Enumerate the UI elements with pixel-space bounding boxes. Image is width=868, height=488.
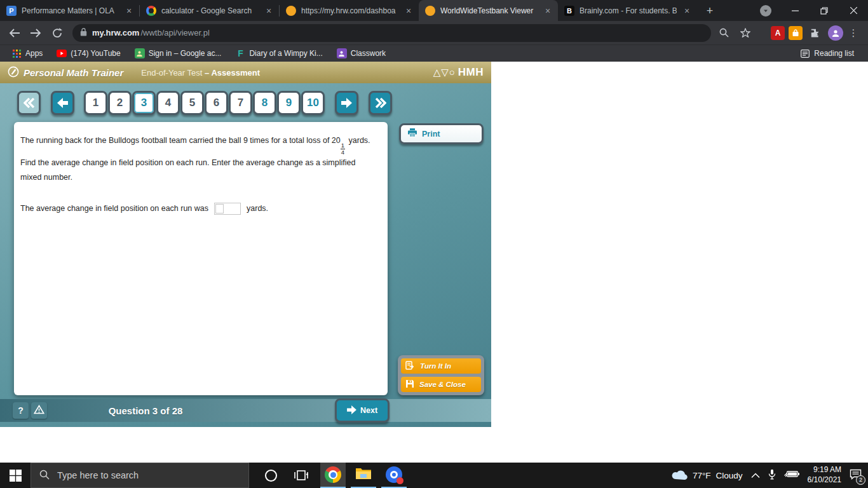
new-tab-button[interactable]: +: [701, 2, 719, 20]
taskbar-search-input[interactable]: Type here to search: [31, 463, 249, 488]
page-button-9[interactable]: 9: [277, 91, 301, 115]
tab-close-icon[interactable]: ×: [403, 6, 414, 16]
report-problem-button[interactable]: [31, 402, 47, 419]
first-question-button[interactable]: [17, 91, 41, 115]
tab-testbank-viewer-active[interactable]: WorldWideTestbank Viewer ×: [419, 0, 558, 21]
next-button[interactable]: Next: [335, 398, 390, 423]
answer-input[interactable]: [214, 203, 241, 215]
extensions-puzzle-icon[interactable]: [806, 24, 824, 42]
question-card: The running back for the Bulldogs footba…: [14, 122, 388, 395]
last-question-button[interactable]: [369, 91, 392, 115]
bookmark-label: Diary of a Wimpy Ki...: [249, 49, 322, 58]
shopping-extension-icon[interactable]: [789, 26, 803, 40]
page-button-10[interactable]: 10: [301, 91, 325, 115]
tray-chevron-icon[interactable]: [751, 470, 760, 481]
google-account-icon: [135, 48, 145, 58]
bookmark-star-icon[interactable]: [736, 24, 754, 42]
close-window-button[interactable]: [839, 0, 868, 21]
print-button[interactable]: Print: [399, 123, 484, 144]
previous-question-button[interactable]: [51, 91, 74, 115]
bookmark-google-signin[interactable]: Sign in – Google ac...: [130, 46, 227, 60]
lock-icon: [80, 27, 87, 39]
notification-count-badge: 2: [856, 475, 865, 485]
bookmark-label: Apps: [25, 49, 43, 58]
clock-date: 6/10/2021: [808, 475, 841, 485]
question-navigator: 1 2 3 4 5 6 7 8 9 10: [17, 91, 392, 115]
tab-close-icon[interactable]: ×: [124, 6, 134, 16]
bookmark-apps[interactable]: Apps: [6, 46, 48, 60]
address-bar[interactable]: my.hrw.com /wwtb/api/viewer.pl: [72, 24, 711, 42]
tab-hrw-dashboard[interactable]: https://my.hrw.com/dashboa ×: [280, 0, 419, 21]
weather-condition: Cloudy: [716, 471, 743, 480]
hmh-logo: △▽○ HMH: [433, 66, 484, 79]
hrw-favicon: [286, 6, 296, 16]
tab-calculator-search[interactable]: calculator - Google Search ×: [140, 0, 279, 21]
tab-close-icon[interactable]: ×: [682, 6, 692, 16]
chrome-icon: [325, 466, 341, 483]
restore-button[interactable]: [810, 0, 839, 21]
profile-avatar[interactable]: [828, 25, 843, 41]
page-button-8[interactable]: 8: [253, 91, 276, 115]
minimize-button[interactable]: [780, 0, 810, 21]
browser-update-icon[interactable]: [751, 0, 780, 21]
page-button-7[interactable]: 7: [229, 91, 252, 115]
brainly-favicon: B: [564, 6, 574, 16]
chrome-taskbar-button[interactable]: [320, 463, 346, 488]
reading-list-button[interactable]: Reading list: [795, 46, 859, 60]
start-button[interactable]: [0, 463, 31, 488]
tab-close-icon[interactable]: ×: [264, 6, 274, 16]
page-number-group: 1 2 3 4 5 6 7 8 9 10: [84, 91, 325, 115]
tab-title: calculator - Google Search: [161, 6, 259, 15]
submit-button-group: Turn It In Save & Close: [398, 355, 484, 395]
back-icon[interactable]: [5, 24, 23, 42]
screencast-app-button[interactable]: [381, 463, 407, 488]
reading-list-label: Reading list: [814, 49, 854, 58]
cortana-button[interactable]: [258, 463, 283, 488]
fraction-denominator: 4: [341, 149, 344, 156]
zoom-icon[interactable]: [715, 24, 733, 42]
action-center-button[interactable]: 2: [850, 469, 862, 482]
reload-icon[interactable]: [48, 24, 66, 42]
page-button-4[interactable]: 4: [156, 91, 180, 115]
adobe-extension-icon[interactable]: A: [771, 26, 785, 40]
tab-performance-matters[interactable]: P Performance Matters | OLA ×: [0, 0, 139, 21]
page-button-6[interactable]: 6: [205, 91, 228, 115]
bookmark-youtube[interactable]: (174) YouTube: [51, 46, 125, 60]
save-and-close-button[interactable]: Save & Close: [401, 377, 481, 392]
screen: P Performance Matters | OLA × calculator…: [0, 0, 868, 488]
bookmark-diary-wimpy-kid[interactable]: F Diary of a Wimpy Ki...: [230, 46, 327, 60]
bookmark-classwork[interactable]: Classwork: [332, 46, 391, 60]
question-before-fraction: The running back for the Bulldogs footba…: [20, 136, 341, 145]
tab-brainly[interactable]: B Brainly.com - For students. By ×: [558, 0, 697, 21]
file-explorer-button[interactable]: [351, 463, 376, 488]
pencil-logo-icon: [8, 66, 19, 79]
pmt-footer: ? Question 3 of 28 Next: [0, 399, 491, 422]
bookmark-label: Sign in – Google ac...: [149, 49, 222, 58]
url-path: /wwtb/api/viewer.pl: [140, 28, 209, 37]
tab-title: Brainly.com - For students. By: [580, 6, 677, 15]
url-host: my.hrw.com: [92, 28, 139, 37]
page-button-2[interactable]: 2: [108, 91, 132, 115]
f-letter-icon: F: [235, 48, 245, 58]
next-question-arrow-button[interactable]: [335, 91, 358, 115]
page-button-5[interactable]: 5: [180, 91, 204, 115]
help-button[interactable]: ?: [13, 402, 29, 419]
answer-input-cursor-box: [215, 204, 224, 214]
tab-close-icon[interactable]: ×: [543, 6, 553, 16]
test-title: End-of-Year Test – Assessment: [141, 68, 260, 78]
turn-it-in-button[interactable]: Turn It In: [401, 358, 481, 374]
chrome-menu-icon[interactable]: ⋮: [847, 27, 860, 39]
battery-icon[interactable]: [784, 470, 799, 481]
microphone-icon[interactable]: [768, 469, 776, 482]
taskbar-clock[interactable]: 9:19 AM 6/10/2021: [808, 465, 841, 485]
task-view-button[interactable]: [288, 463, 314, 488]
page-button-1[interactable]: 1: [84, 91, 107, 115]
reading-list-icon: [800, 48, 810, 58]
screencast-app-icon: [386, 466, 402, 483]
search-placeholder: Type here to search: [57, 470, 139, 480]
tab-title: WorldWideTestbank Viewer: [440, 6, 538, 15]
page-button-3-current[interactable]: 3: [132, 91, 156, 115]
forward-icon[interactable]: [27, 24, 44, 42]
pmt-header: Personal Math Trainer End-of-Year Test –…: [0, 62, 491, 83]
weather-widget[interactable]: 77°F Cloudy: [671, 469, 743, 482]
